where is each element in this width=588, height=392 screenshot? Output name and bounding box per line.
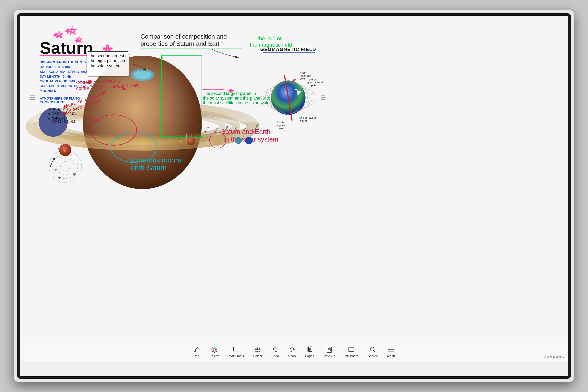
select-button[interactable]: Select bbox=[253, 346, 262, 358]
svg-rect-39 bbox=[87, 52, 129, 76]
svg-point-139 bbox=[257, 349, 258, 350]
svg-point-88 bbox=[212, 135, 223, 146]
svg-text:RADIUS: 1188.3 km: RADIUS: 1188.3 km bbox=[40, 65, 70, 69]
svg-line-155 bbox=[374, 350, 375, 352]
svg-text:composed of stones and dust: composed of stones and dust bbox=[76, 82, 139, 91]
select-icon bbox=[254, 346, 261, 353]
svg-point-97 bbox=[53, 154, 78, 178]
svg-point-36 bbox=[48, 118, 50, 120]
svg-point-8 bbox=[62, 113, 223, 139]
svg-point-7 bbox=[48, 110, 236, 142]
svg-point-1 bbox=[31, 107, 254, 145]
miniboard-icon bbox=[348, 346, 355, 353]
pen-button[interactable]: Pen bbox=[193, 346, 200, 358]
svg-text:✦: ✦ bbox=[73, 36, 80, 45]
screen: ✦ ✦ ✦ ⛤ ⛤ ⛤ Saturn ⛤ DISTANCE FROM THE S… bbox=[20, 16, 568, 376]
miniboard-button[interactable]: Miniboard bbox=[344, 346, 358, 358]
svg-point-134 bbox=[258, 351, 260, 352]
pages-button[interactable]: Pages bbox=[305, 346, 314, 358]
svg-point-138 bbox=[257, 351, 258, 352]
undo-button[interactable]: Undo bbox=[271, 346, 279, 358]
samsung-logo: SAMSUNG bbox=[544, 355, 564, 359]
svg-point-3 bbox=[62, 113, 223, 139]
svg-point-90 bbox=[210, 132, 226, 148]
svg-text:Earth: Earth bbox=[204, 126, 209, 133]
svg-text:DAY LENGTH: 6d 4h: DAY LENGTH: 6d 4h bbox=[40, 75, 71, 78]
svg-point-52 bbox=[90, 115, 136, 146]
svg-text:the most satellites in the sol: the most satellites in the solar system bbox=[203, 100, 273, 105]
palette-button[interactable]: Palette bbox=[210, 346, 219, 358]
svg-line-117 bbox=[198, 347, 199, 348]
svg-text:pole: pole bbox=[278, 127, 283, 130]
svg-point-102 bbox=[58, 176, 61, 179]
svg-text:The second largest planet in: The second largest planet in bbox=[203, 91, 256, 96]
svg-point-87 bbox=[187, 136, 195, 145]
svg-text:Uranus: Uranus bbox=[242, 124, 249, 133]
svg-point-6 bbox=[31, 107, 254, 145]
svg-point-0 bbox=[83, 56, 202, 189]
svg-text:South: South bbox=[277, 121, 284, 124]
svg-text:the solar system and the plane: the solar system and the planet with bbox=[203, 96, 270, 100]
svg-rect-143 bbox=[308, 347, 312, 352]
pen-label: Pen bbox=[194, 354, 199, 358]
svg-point-89 bbox=[208, 138, 227, 142]
svg-point-120 bbox=[212, 348, 214, 350]
svg-text:the role of: the role of bbox=[258, 36, 282, 42]
svg-text:✦: ✦ bbox=[51, 30, 60, 40]
menu-icon bbox=[388, 346, 394, 353]
svg-text:METHANE - 2.5%: METHANE - 2.5% bbox=[52, 112, 76, 116]
redo-icon bbox=[288, 346, 296, 353]
math-tools-button[interactable]: ∫ π Math Tools bbox=[229, 346, 244, 358]
svg-point-92 bbox=[245, 136, 253, 144]
svg-text:the magnetic field: the magnetic field bbox=[250, 42, 292, 48]
svg-text:magnetic: magnetic bbox=[300, 74, 311, 77]
svg-text:properties of Saturn and Earth: properties of Saturn and Earth bbox=[140, 40, 223, 47]
undo-label: Undo bbox=[271, 354, 279, 358]
svg-rect-112 bbox=[30, 97, 35, 98]
svg-point-135 bbox=[257, 348, 258, 349]
svg-text:Axis of rotation: Axis of rotation bbox=[299, 116, 316, 119]
svg-text:ATMOSPHERE OF PLUTO: ATMOSPHERE OF PLUTO bbox=[40, 97, 80, 100]
svg-rect-151 bbox=[349, 347, 354, 352]
svg-text:Mars: Mars bbox=[213, 126, 219, 133]
toolbar: Pen bbox=[20, 343, 568, 361]
svg-text:D: D bbox=[48, 164, 51, 168]
svg-text:Saturn and Earth: Saturn and Earth bbox=[221, 128, 270, 135]
svg-text:the second largest of: the second largest of bbox=[90, 54, 129, 58]
undo-icon bbox=[272, 346, 279, 353]
math-tools-label: Math Tools bbox=[229, 354, 244, 358]
svg-point-124 bbox=[213, 350, 214, 352]
redo-label: Redo bbox=[288, 354, 296, 358]
svg-point-86 bbox=[182, 141, 183, 142]
svg-text:field from a planet: field from a planet bbox=[62, 98, 101, 116]
svg-text:Jupiter: Jupiter bbox=[223, 125, 230, 133]
svg-point-103 bbox=[55, 169, 57, 171]
svg-text:the eight planets in: the eight planets in bbox=[90, 58, 125, 63]
svg-text:SURFACE TEMPERATURE: -233℃: SURFACE TEMPERATURE: -233℃ bbox=[40, 84, 93, 88]
svg-rect-111 bbox=[30, 95, 35, 96]
svg-text:⛤: ⛤ bbox=[68, 26, 78, 36]
search-button[interactable]: Search bbox=[368, 346, 378, 358]
svg-text:MOONS: 5: MOONS: 5 bbox=[40, 89, 56, 93]
svg-point-137 bbox=[258, 349, 260, 350]
menu-button[interactable]: Menu bbox=[387, 346, 395, 358]
svg-rect-114 bbox=[321, 95, 325, 96]
svg-point-29 bbox=[39, 108, 68, 137]
svg-line-31 bbox=[53, 109, 60, 122]
note-on-label: Note On bbox=[324, 354, 335, 358]
redo-button[interactable]: Redo bbox=[288, 346, 296, 358]
note-on-button[interactable]: Note On bbox=[324, 346, 335, 358]
svg-text:Venus: Venus bbox=[194, 125, 200, 133]
palette-label: Palette bbox=[210, 354, 219, 358]
svg-rect-5 bbox=[20, 122, 568, 294]
svg-point-98 bbox=[57, 158, 74, 175]
svg-text:π: π bbox=[237, 347, 238, 349]
svg-point-96 bbox=[49, 150, 82, 182]
svg-point-10 bbox=[134, 70, 151, 79]
svg-rect-53 bbox=[162, 56, 202, 138]
svg-point-64 bbox=[271, 80, 306, 115]
monitor-inner: ✦ ✦ ✦ ⛤ ⛤ ⛤ Saturn ⛤ DISTANCE FROM THE S… bbox=[17, 13, 571, 379]
search-icon bbox=[369, 346, 376, 353]
monitor: ✦ ✦ ✦ ⛤ ⛤ ⛤ Saturn ⛤ DISTANCE FROM THE S… bbox=[14, 10, 574, 382]
svg-text:orbit Saturn: orbit Saturn bbox=[131, 164, 166, 172]
